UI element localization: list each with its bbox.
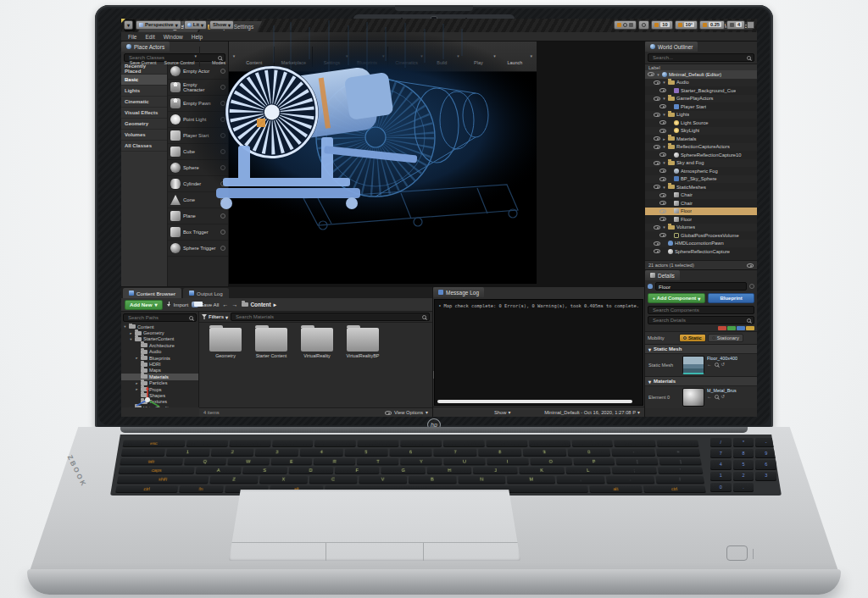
key-U[interactable]: U [443,458,485,466]
tree-folder-row[interactable]: HDRI [121,361,198,367]
numpad-key-6[interactable]: 6 [755,460,776,469]
visibility-eye-icon[interactable] [654,136,660,141]
key-H[interactable]: H [427,467,472,474]
key-B[interactable]: B [409,476,457,484]
expander-icon[interactable]: ▸ [135,356,139,360]
asset-search-box[interactable] [231,313,430,321]
filters-button[interactable]: Filters [202,314,228,320]
key-2[interactable]: 2 [210,449,253,457]
expander-icon[interactable]: ▾ [662,144,666,149]
outliner-row[interactable]: ▾ Sky and Fog [645,159,757,168]
visibility-eye-icon[interactable] [659,104,666,108]
touchpad[interactable] [229,490,520,561]
key-blank[interactable] [443,440,485,448]
message-log-header[interactable]: Message Log [433,287,484,297]
outliner-row[interactable]: ▾ Minimal_Default (Editor) [645,70,757,79]
key-blank[interactable] [571,440,613,448]
search-components-box[interactable] [648,306,754,314]
expander-icon[interactable]: ▾ [662,185,666,190]
browse-to-asset-icon[interactable] [707,362,712,367]
expander-icon[interactable]: ▸ [662,136,666,141]
key-F[interactable]: F [335,467,380,474]
expander-icon[interactable]: ▾ [662,112,666,117]
numpad-key-9[interactable]: 9 [755,449,776,458]
tree-folder-row[interactable]: Architecture [121,342,198,348]
view-options-button[interactable]: View Options [385,410,428,415]
outliner-row[interactable]: GlobalPostProcessVolume [645,231,757,240]
visibility-eye-icon[interactable] [659,129,666,133]
outliner-search-input[interactable] [651,54,745,61]
visibility-eye-icon[interactable] [654,113,660,117]
key-X[interactable]: X [259,476,308,484]
visibility-eye-icon[interactable] [654,249,660,253]
key-D[interactable]: D [288,467,333,474]
key-M[interactable]: M [507,476,555,484]
touchpad-left-button[interactable] [229,543,326,561]
details-header[interactable]: Details [645,270,680,280]
key-.[interactable]: . [606,476,655,484]
outliner-row[interactable]: ▾ Volumes [645,224,757,232]
tree-folder-row[interactable]: ▾ Content [121,324,198,329]
mobility-option[interactable]: Static [679,334,706,342]
expander-icon[interactable]: ▸ [135,381,139,385]
mobility-option[interactable]: Stationary [708,334,743,342]
folder-tile[interactable]: Geometry [206,328,245,358]
outliner-row[interactable]: SphereReflectionCapture10 [645,151,757,159]
numpad-key-0[interactable]: 0 [710,483,732,492]
asset-link[interactable]: Floor_400x400 [707,356,737,361]
key-'[interactable]: ' [658,467,704,474]
key-caps[interactable]: caps [119,467,195,474]
visibility-eye-icon[interactable] [654,80,660,85]
search-components-input[interactable] [651,307,751,313]
visibility-eye-icon[interactable] [654,145,660,149]
key-4[interactable]: 4 [300,449,343,457]
outliner-row[interactable]: ▾ GamePlayActors [645,95,757,103]
tree-folder-row[interactable]: ▸ Blueprints [121,355,198,361]
visibility-eye-icon[interactable] [659,193,666,197]
key-blank[interactable] [614,440,656,448]
key-blank[interactable] [529,440,570,448]
key-blank[interactable] [272,440,314,448]
visibility-eye-icon[interactable] [659,152,666,157]
category-blue-icon[interactable] [737,326,745,330]
key-=[interactable]: = [656,449,700,457]
outliner-row[interactable]: ▾ ReflectionCaptureActors [645,143,757,152]
key-ctrl[interactable]: ctrl [115,485,178,493]
expander-icon[interactable]: ▾ [129,337,133,341]
key-V[interactable]: V [359,476,407,484]
key-alt[interactable]: alt [589,485,643,493]
outliner-row[interactable]: BP_Sky_Sphere [645,175,757,184]
key-J[interactable]: J [473,467,518,474]
visibility-eye-icon[interactable] [659,217,666,221]
key-W[interactable]: W [227,458,270,466]
outliner-row[interactable]: Floor [645,208,757,216]
reset-icon[interactable] [721,394,726,399]
key-shift[interactable]: shift [117,476,209,484]
numpad-key-1[interactable]: 1 [710,472,732,481]
visibility-eye-icon[interactable] [659,177,666,181]
key-0[interactable]: 0 [567,449,610,457]
outliner-row[interactable]: SkyLight [645,127,757,136]
tree-folder-row[interactable]: Audio [121,349,198,355]
key-9[interactable]: 9 [523,449,566,457]
visibility-eye-icon[interactable] [654,97,660,101]
key-[[interactable]: [ [616,458,659,466]
key-Z[interactable]: Z [209,476,258,484]
visibility-eye-icon[interactable] [659,169,666,173]
add-new-button[interactable]: Add New [125,300,163,310]
search-paths-input[interactable] [126,314,187,321]
key-blank[interactable] [314,440,356,448]
search-details-input[interactable] [651,317,745,324]
save-all-button[interactable]: Save All [192,302,219,307]
add-component-button[interactable]: + Add Component [648,293,705,303]
blueprint-button[interactable]: Blueprint [708,293,754,303]
expander-icon[interactable]: ▾ [662,96,666,101]
outliner-row[interactable]: ▾ StaticMeshes [645,183,757,191]
expander-icon[interactable]: ▸ [129,331,133,335]
visibility-eye-icon[interactable] [659,120,666,125]
show-dropdown[interactable]: Show [494,410,510,415]
key-Y[interactable]: Y [400,458,442,466]
forward-button[interactable] [232,302,238,307]
key-;[interactable]: ; [611,467,657,474]
fingerprint-sensor[interactable] [726,545,748,561]
